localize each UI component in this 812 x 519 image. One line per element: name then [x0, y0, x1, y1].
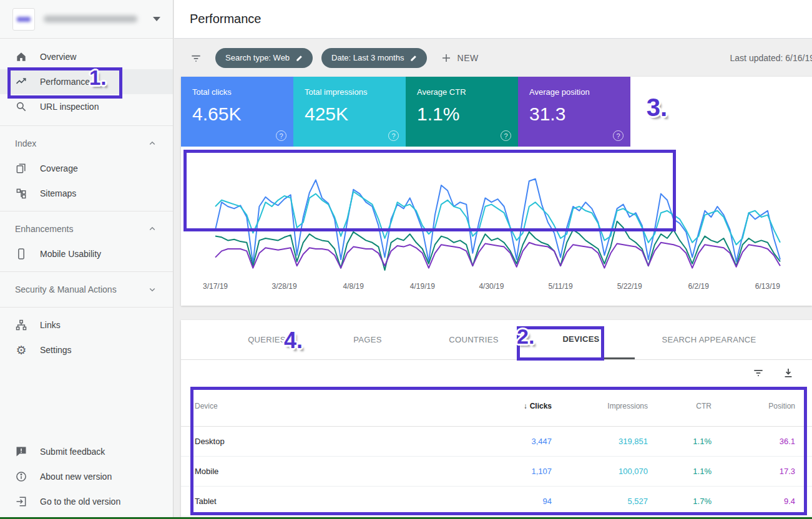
sidebar-item-submit-feedback[interactable]: Submit feedback [0, 439, 173, 464]
sidebar-item-performance[interactable]: Performance [0, 69, 173, 94]
sidebar-item-coverage[interactable]: Coverage [0, 156, 173, 181]
device-cell: Desktop [181, 437, 458, 446]
section-header-enhancements[interactable]: Enhancements [0, 216, 173, 241]
sitemaps-icon [15, 187, 27, 200]
column-header-clicks[interactable]: ↓Clicks [458, 402, 552, 410]
column-header-label: Clicks [530, 402, 552, 410]
metric-value: 31.3 [529, 104, 619, 125]
sidebar-item-old-version[interactable]: Go to the old version [0, 489, 173, 514]
metric-value: 1.1% [417, 104, 507, 125]
performance-line-chart [215, 175, 780, 281]
chip-label: Date: Last 3 months [331, 53, 404, 62]
page-header: Performance [174, 0, 812, 39]
sidebar-item-label: Coverage [40, 163, 78, 173]
sidebar-item-links[interactable]: Links [0, 313, 173, 337]
metric-value: 4.65K [192, 104, 282, 125]
average-ctr-card[interactable]: Average CTR 1.1% ? [406, 77, 518, 147]
tab-search-appearance[interactable]: SEARCH APPEARANCE [635, 320, 783, 359]
metric-value: 425K [305, 104, 394, 125]
chevron-up-icon [147, 223, 158, 235]
total-impressions-card[interactable]: Total impressions 425K ? [293, 77, 406, 147]
x-axis-tick: 3/28/19 [266, 282, 303, 291]
filter-bar: Search type: Web Date: Last 3 months NEW… [174, 39, 812, 77]
metric-cards-row: Total clicks 4.65K ? Total impressions 4… [181, 77, 812, 147]
date-range-chip[interactable]: Date: Last 3 months [321, 48, 427, 68]
new-filter-button[interactable]: NEW [441, 52, 478, 64]
sidebar-item-about-new-version[interactable]: About new version [0, 464, 173, 489]
help-icon[interactable]: ? [388, 130, 399, 141]
metric-label: Average CTR [417, 87, 507, 97]
ctr-cell: 1.1% [648, 467, 712, 476]
x-axis-tick: 6/2/19 [680, 282, 717, 291]
average-position-card[interactable]: Average position 31.3 ? [518, 77, 630, 147]
trending-up-icon [15, 75, 27, 88]
property-selector[interactable] [0, 0, 173, 39]
gear-icon: ⚙ [15, 344, 27, 356]
metric-label: Total impressions [305, 87, 394, 97]
caret-down-icon [153, 17, 160, 21]
device-cell: Tablet [181, 497, 458, 506]
column-header-position[interactable]: Position [712, 402, 795, 410]
column-header-ctr[interactable]: CTR [648, 402, 712, 410]
section-title: Index [15, 138, 36, 148]
tab-pages[interactable]: PAGES [315, 320, 420, 359]
sidebar-item-url-inspection[interactable]: URL inspection [0, 94, 173, 119]
section-title: Security & Manual Actions [15, 284, 117, 294]
help-icon[interactable]: ? [613, 130, 624, 141]
ctr-cell: 1.7% [648, 497, 712, 506]
tab-countries[interactable]: COUNTRIES [420, 320, 527, 359]
metric-label: Average position [529, 87, 619, 97]
sidebar-item-label: Settings [40, 345, 72, 355]
page-title: Performance [190, 12, 262, 26]
blurred-property-url [44, 16, 137, 22]
sidebar-item-label: Submit feedback [40, 447, 105, 457]
table-row-desktop[interactable]: Desktop 3,447 319,851 1.1% 36.1 [181, 427, 812, 457]
last-updated-label: Last updated: 6/16/19 [730, 53, 812, 63]
sidebar-item-label: Go to the old version [40, 497, 120, 507]
table-toolbar [181, 360, 812, 386]
filter-list-icon[interactable] [190, 52, 202, 64]
plus-icon [441, 52, 452, 64]
download-icon[interactable] [782, 367, 795, 379]
column-header-device[interactable]: Device [181, 402, 458, 410]
mobile-icon [15, 248, 27, 260]
sidebar-item-sitemaps[interactable]: Sitemaps [0, 181, 173, 206]
search-type-chip[interactable]: Search type: Web [215, 48, 313, 68]
total-clicks-card[interactable]: Total clicks 4.65K ? [181, 77, 293, 147]
new-button-label: NEW [457, 53, 478, 63]
sidebar-item-label: Links [40, 320, 61, 330]
column-header-impressions[interactable]: Impressions [552, 402, 648, 410]
impressions-cell: 319,851 [552, 437, 648, 446]
feedback-icon [15, 445, 27, 458]
filter-list-icon[interactable] [752, 367, 765, 379]
sidebar-item-label: Performance [40, 77, 90, 87]
help-icon[interactable]: ? [276, 130, 286, 141]
dimensions-table-card: QUERIES PAGES COUNTRIES DEVICES SEARCH A… [181, 320, 812, 517]
sidebar-item-overview[interactable]: Overview [0, 44, 173, 69]
main-content: Performance Search type: Web Date: Last … [174, 0, 812, 519]
search-icon [15, 100, 27, 113]
sidebar: Overview Performance URL inspection Inde… [0, 0, 174, 519]
tab-queries[interactable]: QUERIES [218, 320, 315, 359]
sidebar-item-label: Mobile Usability [40, 249, 101, 259]
clicks-cell: 1,107 [458, 467, 552, 476]
coverage-icon [15, 162, 27, 175]
sidebar-item-label: Overview [40, 52, 76, 62]
pencil-icon [409, 54, 418, 62]
sidebar-item-mobile-usability[interactable]: Mobile Usability [0, 241, 173, 266]
chip-label: Search type: Web [225, 53, 290, 62]
section-header-security[interactable]: Security & Manual Actions [0, 277, 173, 302]
exit-icon [15, 495, 27, 508]
chevron-down-icon [147, 284, 158, 295]
sidebar-divider [0, 271, 173, 272]
table-row-mobile[interactable]: Mobile 1,107 100,070 1.1% 17.3 [181, 457, 812, 487]
pencil-icon [295, 54, 304, 62]
sidebar-divider [0, 125, 173, 126]
sidebar-footer: Submit feedback About new version Go to … [0, 439, 173, 514]
table-row-tablet[interactable]: Tablet 94 5,527 1.7% 9.4 [181, 487, 812, 517]
sidebar-item-settings[interactable]: ⚙ Settings [0, 337, 173, 362]
chart-x-axis: 3/17/193/28/194/8/194/19/194/30/195/11/1… [215, 282, 780, 292]
section-header-index[interactable]: Index [0, 131, 173, 156]
help-icon[interactable]: ? [501, 130, 511, 141]
tab-devices[interactable]: DEVICES [527, 320, 635, 359]
